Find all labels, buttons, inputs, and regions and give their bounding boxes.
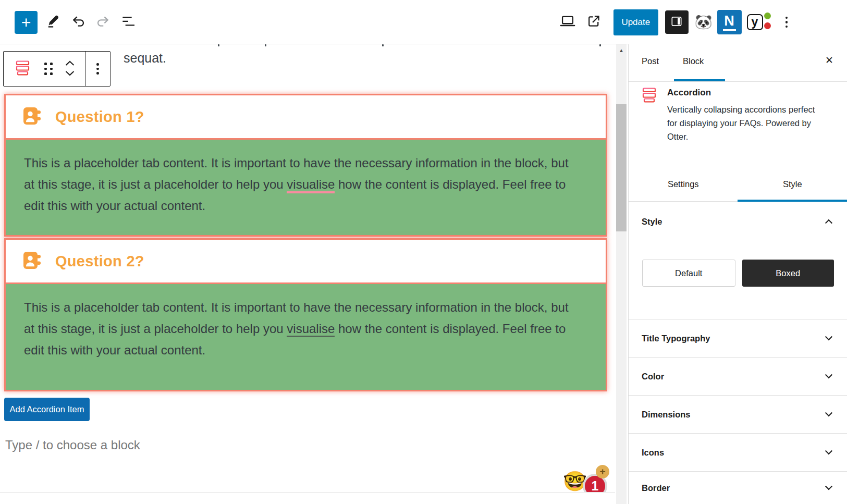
accordion-item-title[interactable]: Question 1? bbox=[55, 108, 144, 126]
block-card-text: Accordion Vertically collapsing accordio… bbox=[667, 88, 824, 143]
sidebar-panel-icon bbox=[670, 15, 683, 30]
add-accordion-item-button[interactable]: Add Accordion Item bbox=[4, 398, 90, 421]
accordion-block-type-button[interactable] bbox=[14, 59, 32, 78]
scroll-up-arrow-icon[interactable]: ▲ bbox=[616, 47, 627, 53]
chevron-down-icon bbox=[825, 333, 832, 340]
block-card-description: Vertically collapsing accordions perfect… bbox=[667, 103, 824, 143]
panda-face-icon: 🐼 bbox=[695, 14, 713, 30]
sidebar-subtabs: Settings Style bbox=[629, 167, 847, 202]
panda-plugin-icon[interactable]: 🐼 bbox=[695, 15, 713, 29]
tab-block[interactable]: Block bbox=[683, 56, 704, 66]
active-subtab-underline bbox=[738, 200, 847, 202]
pencil-icon bbox=[45, 14, 61, 31]
clipped-text-descender bbox=[265, 44, 266, 46]
document-overview-button[interactable] bbox=[119, 13, 138, 32]
panel-label: Color bbox=[642, 372, 664, 382]
style-panel-header[interactable]: Style bbox=[629, 206, 847, 237]
chevron-up-icon bbox=[65, 60, 75, 68]
clipped-text-descender bbox=[218, 44, 219, 46]
panel-label: Dimensions bbox=[642, 410, 691, 420]
panel-title-typography[interactable]: Title Typography bbox=[629, 319, 847, 357]
chevron-down-icon bbox=[65, 70, 75, 78]
peeking-icons: 🤓 1 + bbox=[542, 460, 615, 492]
panel-label: Icons bbox=[642, 448, 664, 458]
accordion-item-content[interactable]: This is a placeholder tab content. It is… bbox=[6, 282, 606, 390]
underlined-word: visualise bbox=[287, 177, 335, 193]
close-sidebar-button[interactable]: ✕ bbox=[825, 54, 833, 66]
accordion-block-icon bbox=[15, 60, 31, 77]
close-icon: ✕ bbox=[825, 55, 833, 66]
redo-icon bbox=[95, 13, 112, 31]
style-default-button[interactable]: Default bbox=[642, 260, 735, 287]
vcard-icon bbox=[23, 251, 41, 272]
yoast-green-dot bbox=[764, 13, 771, 19]
block-card: Accordion Vertically collapsing accordio… bbox=[642, 88, 824, 143]
tab-settings[interactable]: Settings bbox=[629, 167, 738, 201]
chevron-up-icon bbox=[825, 219, 832, 227]
panel-icons[interactable]: Icons bbox=[629, 433, 847, 471]
paragraph-block-partial[interactable]: sequat. bbox=[124, 51, 166, 66]
style-boxed-button[interactable]: Boxed bbox=[742, 260, 834, 287]
underlined-word: visualise bbox=[287, 322, 335, 337]
laptop-icon bbox=[559, 13, 576, 32]
block-appender-placeholder[interactable]: Type / to choose a block bbox=[5, 438, 140, 452]
letter-n-icon: N bbox=[724, 14, 734, 28]
n-underline bbox=[723, 29, 736, 31]
panel-border[interactable]: Border bbox=[629, 471, 847, 504]
accordion-item-title[interactable]: Question 2? bbox=[55, 253, 144, 270]
block-card-title: Accordion bbox=[667, 88, 824, 98]
tab-post[interactable]: Post bbox=[642, 56, 659, 66]
topbar-left-tools: + bbox=[0, 0, 138, 44]
neve-theme-icon[interactable]: N bbox=[717, 10, 742, 34]
clipped-text-descender bbox=[382, 44, 384, 46]
style-panel-title: Style bbox=[642, 217, 662, 227]
panel-dimensions[interactable]: Dimensions bbox=[629, 395, 847, 433]
topbar-divider bbox=[0, 44, 628, 44]
tab-style[interactable]: Style bbox=[738, 167, 847, 201]
accordion-item: Question 1? This is a placeholder tab co… bbox=[4, 94, 607, 237]
settings-sidebar: Post Block ✕ Accordion Vertically collap… bbox=[628, 44, 847, 504]
accordion-item: Question 2? This is a placeholder tab co… bbox=[4, 238, 607, 391]
accordion-item-header[interactable]: Question 1? bbox=[6, 95, 606, 138]
editor-topbar: + bbox=[0, 0, 847, 44]
badge-number: 1 bbox=[592, 478, 599, 492]
style-variant-buttons: Default Boxed bbox=[642, 260, 834, 287]
content-bottom-divider bbox=[0, 492, 615, 493]
accordion-item-header[interactable]: Question 2? bbox=[6, 240, 606, 282]
options-menu-button[interactable] bbox=[782, 14, 791, 31]
accordion-item-content[interactable]: This is a placeholder tab content. It is… bbox=[6, 138, 606, 235]
scrollbar-thumb[interactable] bbox=[616, 104, 627, 231]
block-options-button[interactable] bbox=[93, 60, 102, 78]
clipped-text-descender bbox=[599, 44, 601, 46]
settings-sidebar-toggle-button[interactable] bbox=[665, 10, 689, 34]
panel-color[interactable]: Color bbox=[629, 357, 847, 395]
vcard-icon bbox=[23, 106, 41, 128]
undo-button[interactable] bbox=[69, 13, 88, 32]
yoast-y-icon: y bbox=[747, 14, 763, 30]
undo-icon bbox=[70, 13, 87, 31]
editor-scrollbar[interactable]: ▲ bbox=[616, 44, 627, 504]
external-link-icon bbox=[585, 13, 602, 31]
sidebar-header: Post Block ✕ bbox=[629, 44, 847, 82]
view-post-button[interactable] bbox=[584, 13, 603, 32]
yoast-red-dot bbox=[764, 22, 771, 29]
block-inserter-button[interactable]: + bbox=[15, 11, 38, 34]
accordion-block-icon bbox=[642, 88, 657, 143]
drag-handle[interactable] bbox=[42, 60, 55, 77]
block-toolbar-main-group bbox=[4, 52, 85, 86]
yoast-seo-icon[interactable]: y bbox=[747, 11, 772, 34]
editor-canvas: sequat. bbox=[0, 44, 615, 504]
chevron-down-icon bbox=[825, 483, 832, 490]
update-button[interactable]: Update bbox=[613, 9, 658, 35]
preview-button[interactable] bbox=[558, 13, 577, 32]
plus-icon: + bbox=[21, 12, 31, 33]
panel-label: Border bbox=[642, 483, 670, 493]
wordpress-block-editor: + bbox=[0, 0, 847, 504]
chevron-down-icon bbox=[825, 447, 832, 454]
block-toolbar-options-group bbox=[85, 52, 110, 86]
tools-mode-button[interactable] bbox=[44, 13, 63, 32]
redo-button[interactable] bbox=[94, 13, 113, 32]
block-mover-buttons[interactable] bbox=[65, 60, 75, 78]
plus-badge-icon[interactable]: + bbox=[596, 465, 609, 478]
chevron-down-icon bbox=[825, 409, 832, 416]
